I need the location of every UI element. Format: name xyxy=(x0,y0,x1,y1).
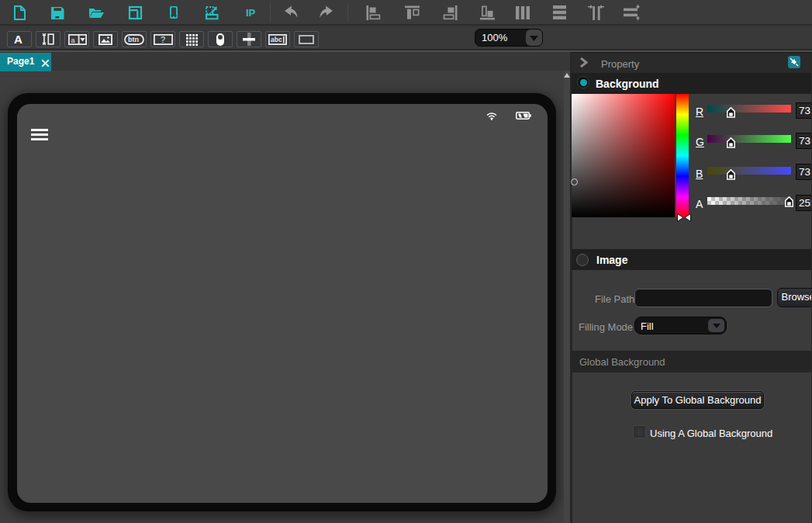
svg-text:btn: btn xyxy=(128,36,139,43)
svg-text:?: ? xyxy=(161,35,165,44)
svg-text:a: a xyxy=(71,36,75,44)
svg-text:abc: abc xyxy=(271,36,282,43)
